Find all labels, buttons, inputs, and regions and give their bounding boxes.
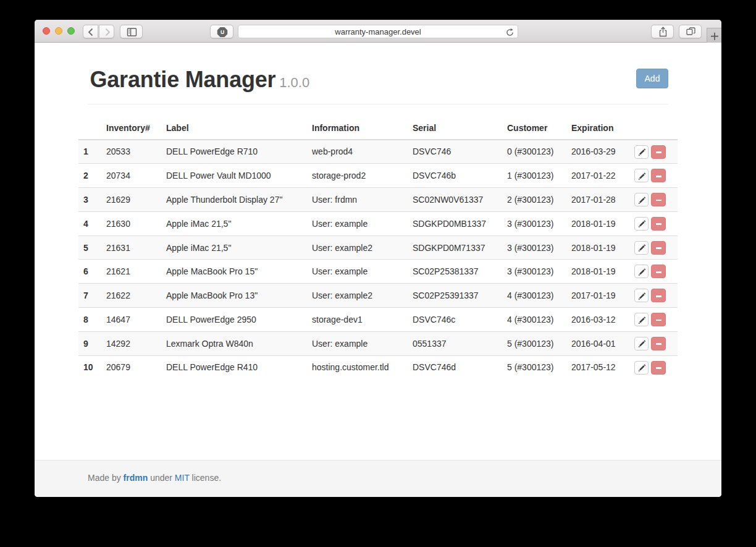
- svg-text:U: U: [220, 29, 224, 35]
